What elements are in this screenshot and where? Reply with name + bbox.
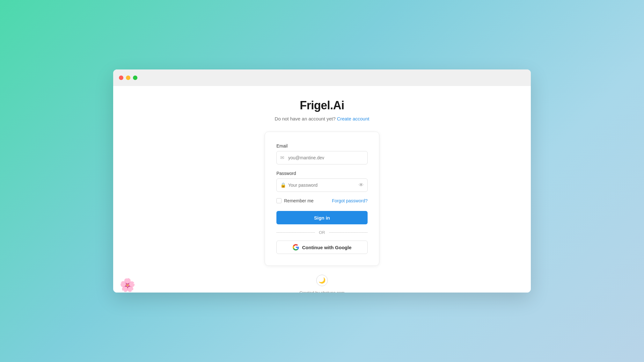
theme-toggle-container: 🌙 [316, 275, 328, 286]
app-title: Frigel.Ai [300, 99, 344, 112]
close-button[interactable] [119, 76, 123, 80]
google-button-text: Continue with Google [302, 245, 352, 250]
or-divider: OR [276, 230, 368, 235]
browser-titlebar [113, 69, 531, 86]
google-sign-in-button[interactable]: Continue with Google [276, 241, 368, 254]
sign-in-button[interactable]: Sign in [276, 211, 368, 224]
divider-line-left [276, 232, 315, 233]
password-label: Password [276, 171, 368, 176]
or-text: OR [319, 230, 325, 235]
create-account-link[interactable]: Create account [337, 116, 370, 121]
maximize-button[interactable] [133, 76, 137, 80]
email-input-wrapper: ✉ [276, 151, 368, 164]
remember-me-label: Remember me [276, 198, 314, 203]
password-input-wrapper: 🔒 👁 [276, 178, 368, 192]
eye-icon[interactable]: 👁 [359, 182, 364, 188]
subtitle-text: Do not have an account yet? [275, 116, 336, 121]
theme-toggle-button[interactable]: 🌙 [316, 275, 328, 286]
remember-me-checkbox[interactable] [276, 198, 282, 203]
remember-forgot-row: Remember me Forgot password? [276, 198, 368, 203]
flower-icon: 🌸 [120, 278, 135, 293]
password-form-group: Password 🔒 👁 [276, 171, 368, 192]
forgot-password-link[interactable]: Forgot password? [332, 198, 368, 203]
browser-content: Frigel.Ai Do not have an account yet? Cr… [113, 86, 531, 293]
subtitle: Do not have an account yet? Create accou… [275, 116, 370, 121]
login-card: Email ✉ Password 🔒 👁 Remember me [265, 132, 379, 266]
google-icon [293, 244, 299, 250]
email-input[interactable] [276, 151, 368, 164]
divider-line-right [329, 232, 368, 233]
moon-icon: 🌙 [318, 277, 326, 284]
email-form-group: Email ✉ [276, 143, 368, 164]
remember-me-text: Remember me [284, 198, 314, 203]
minimize-button[interactable] [126, 76, 130, 80]
footer-credit: Created by shotune.com [299, 290, 345, 293]
browser-window: Frigel.Ai Do not have an account yet? Cr… [113, 69, 531, 293]
email-label: Email [276, 143, 368, 148]
password-input[interactable] [276, 178, 368, 192]
